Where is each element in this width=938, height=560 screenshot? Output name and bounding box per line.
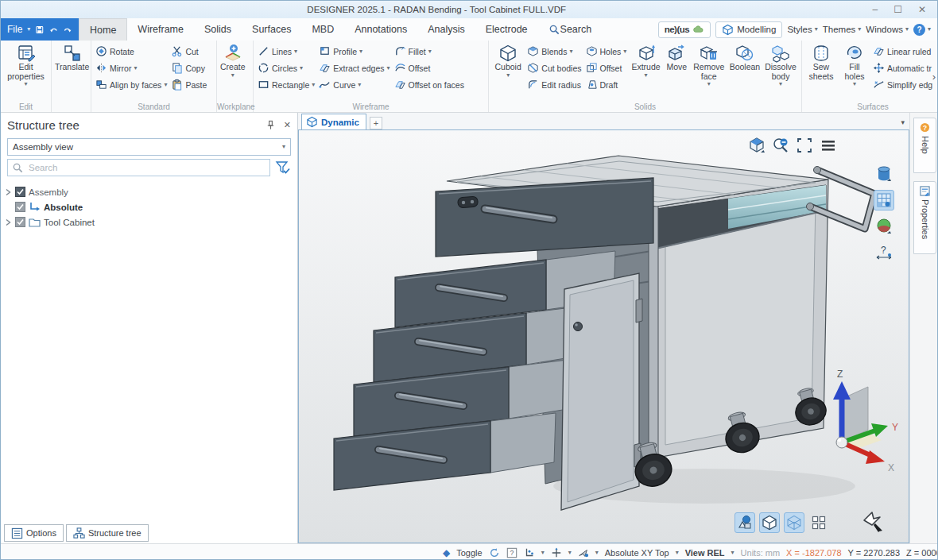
styles-menu[interactable]: Styles▾ [787, 25, 817, 34]
undo-icon[interactable] [49, 24, 59, 36]
save-icon[interactable] [35, 24, 45, 36]
profile-button[interactable]: Profile ▾ [317, 43, 391, 60]
help-menu[interactable]: ? ▾ [913, 24, 931, 36]
tab-wireframe[interactable]: Wireframe [127, 18, 194, 41]
extrude-button[interactable]: Extrude ▾ [629, 43, 662, 79]
absolute-view-caret-icon[interactable]: ▾ [676, 550, 679, 556]
viewport-tab-dynamic[interactable]: Dynamic [301, 114, 366, 129]
tree-item-tool-cabinet[interactable]: Tool Cabinet [4, 214, 294, 230]
select-shapes-button[interactable] [735, 512, 755, 533]
holes-button[interactable]: Holes ▾ [584, 43, 629, 60]
relative-view-selector[interactable]: View REL [685, 548, 725, 558]
edit-properties-button[interactable]: Edit properties ▾ [3, 43, 48, 88]
shading-cylinder-button[interactable] [874, 164, 894, 184]
file-menu-button[interactable]: File ▾ [1, 18, 79, 41]
ribbon-overflow-button[interactable]: › [932, 71, 936, 83]
pin-icon[interactable] [266, 120, 276, 130]
themes-menu[interactable]: Themes▾ [823, 25, 862, 34]
tree-item-assembly[interactable]: Assembly [4, 184, 294, 199]
axis-snap-icon[interactable] [524, 547, 535, 558]
dock-tab-help[interactable]: ? Help [913, 118, 936, 173]
boolean-button[interactable]: Boolean [728, 43, 762, 73]
mirror-button[interactable]: Mirror ▾ [94, 60, 169, 76]
orient-snap-caret-icon[interactable]: ▾ [595, 550, 599, 556]
tree-search-input[interactable] [27, 162, 266, 173]
move-button[interactable]: Move [664, 43, 690, 73]
sew-sheets-button[interactable]: Sew sheets [804, 43, 838, 82]
absolute-view-selector[interactable]: Absolute XY Top [605, 548, 669, 558]
tab-electrode[interactable]: Electrode [475, 18, 538, 41]
automatic-trim-button[interactable]: Automatic tr [871, 60, 934, 76]
select-solid-button[interactable] [759, 512, 780, 533]
fillet-button[interactable]: Fillet ▾ [393, 43, 466, 60]
refresh-icon[interactable] [489, 547, 500, 558]
dissolve-body-button[interactable]: Dissolve body ▾ [762, 43, 799, 88]
rectangle-button[interactable]: Rectangle ▾ [256, 76, 316, 93]
dock-tab-properties[interactable]: Properties [913, 181, 936, 254]
nexus-button[interactable]: ne)(us [658, 21, 711, 38]
relative-view-caret-icon[interactable]: ▾ [731, 550, 735, 556]
zoom-orbit-button[interactable] [770, 135, 791, 156]
edit-radius-button[interactable]: Edit radius [525, 76, 583, 93]
lines-button[interactable]: Lines ▾ [256, 43, 316, 60]
extract-edges-button[interactable]: Extract edges ▾ [317, 60, 391, 76]
checkbox-checked-icon[interactable] [15, 202, 25, 212]
expander-icon[interactable] [4, 218, 12, 226]
fill-holes-button[interactable]: Fill holes ▾ [839, 43, 870, 88]
expander-icon[interactable] [4, 188, 12, 196]
checkbox-checked-icon[interactable] [15, 187, 25, 197]
panel-tab-structure-tree[interactable]: Structure tree [66, 524, 149, 542]
close-button[interactable]: ✕ [918, 4, 926, 15]
draft-button[interactable]: Draft [584, 76, 629, 93]
windows-menu[interactable]: Windows▾ [866, 25, 909, 34]
copy-button[interactable]: Copy [169, 60, 208, 76]
workplane-display-button[interactable] [874, 190, 894, 210]
tab-annotations[interactable]: Annotations [344, 18, 417, 41]
tab-analysis[interactable]: Analysis [417, 18, 475, 41]
tree-view-mode-select[interactable]: Assembly view ▾ [7, 138, 291, 156]
new-view-tab-button[interactable]: + [370, 117, 382, 129]
tree-filter-button[interactable] [273, 159, 291, 176]
view-cube-button[interactable] [746, 135, 767, 156]
toggle-label[interactable]: Toggle [456, 548, 482, 558]
view-list-caret-icon[interactable]: ▾ [901, 118, 905, 126]
tab-solids[interactable]: Solids [194, 18, 242, 41]
measure-query-button[interactable]: ? [874, 242, 894, 263]
tab-search[interactable]: Search [538, 18, 603, 41]
panel-close-icon[interactable]: ✕ [284, 120, 291, 130]
tab-home[interactable]: Home [79, 18, 127, 41]
circles-button[interactable]: Circles ▾ [256, 60, 316, 76]
minimize-button[interactable]: – [872, 4, 878, 15]
select-transparent-button[interactable] [784, 512, 804, 533]
linear-ruled-button[interactable]: Linear ruled [871, 43, 934, 60]
zoom-extents-button[interactable] [794, 135, 815, 156]
offset-solids-button[interactable]: Offset [584, 60, 629, 76]
offset-wireframe-button[interactable]: Offset [393, 60, 466, 76]
align-by-faces-button[interactable]: Align by faces ▾ [94, 76, 169, 93]
plane-snap-icon[interactable] [551, 547, 562, 558]
plane-snap-caret-icon[interactable]: ▾ [568, 550, 572, 556]
tab-mbd[interactable]: MBD [301, 18, 344, 41]
query-box-icon[interactable]: ? [506, 547, 517, 558]
tree-item-absolute[interactable]: Absolute [4, 199, 294, 214]
tab-surfaces[interactable]: Surfaces [242, 18, 301, 41]
quad-view-button[interactable] [808, 512, 829, 533]
toggle-diamond-icon[interactable]: ◆ [443, 547, 450, 558]
offset-on-faces-button[interactable]: Offset on faces [393, 76, 466, 93]
cuboid-button[interactable]: Cuboid ▾ [491, 43, 525, 79]
paste-button[interactable]: Paste [169, 76, 208, 93]
redo-icon[interactable] [63, 24, 72, 36]
blends-button[interactable]: Blends ▾ [525, 43, 583, 60]
viewport-menu-button[interactable] [818, 135, 839, 156]
curve-button[interactable]: Curve ▾ [317, 76, 391, 93]
simplify-edge-button[interactable]: Simplify edg [871, 76, 934, 93]
3d-viewport[interactable]: Z Y X [298, 129, 909, 543]
rotate-button[interactable]: Rotate [94, 43, 169, 60]
cut-button[interactable]: Cut [169, 43, 208, 60]
translate-button[interactable]: Translate [54, 43, 90, 73]
axis-snap-caret-icon[interactable]: ▾ [541, 550, 545, 556]
render-mode-sphere-button[interactable] [874, 216, 894, 237]
tree-search-field[interactable] [7, 159, 270, 176]
remove-face-button[interactable]: Remove face ▾ [691, 43, 727, 88]
select-cursor-tool[interactable] [861, 509, 886, 535]
